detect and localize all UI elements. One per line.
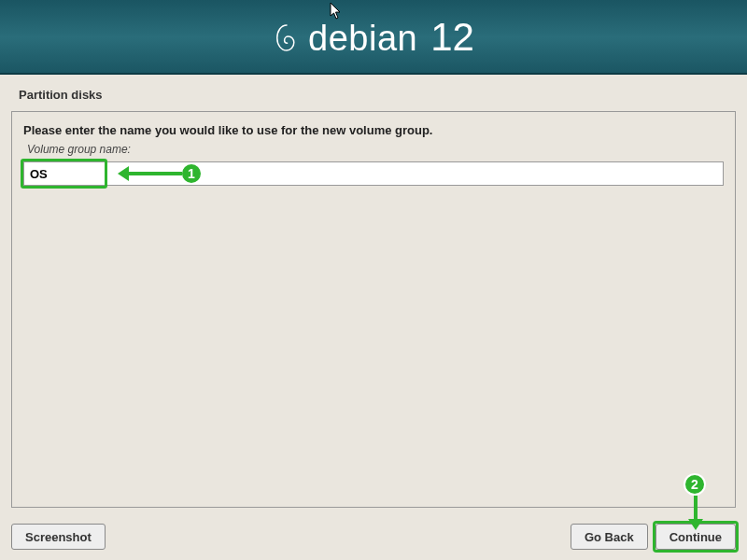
- continue-button[interactable]: Continue: [655, 524, 736, 550]
- goback-button[interactable]: Go Back: [571, 524, 648, 550]
- main-panel: Please enter the name you would like to …: [11, 111, 736, 508]
- section-title: Partition disks: [0, 75, 747, 111]
- installer-header: debian 12: [0, 0, 747, 75]
- brand-name: debian: [308, 19, 417, 59]
- header-title: debian 12: [308, 15, 474, 60]
- screenshot-button[interactable]: Screenshot: [11, 524, 106, 550]
- debian-swirl-icon: [273, 21, 301, 57]
- volume-group-label: Volume group name:: [27, 143, 724, 156]
- volume-group-input[interactable]: [23, 161, 724, 186]
- input-wrapper: 1: [23, 161, 724, 186]
- instruction-text: Please enter the name you would like to …: [23, 123, 724, 137]
- bottom-button-bar: Screenshot Go Back Continue 2: [0, 513, 747, 560]
- continue-wrapper: Continue 2: [655, 524, 736, 550]
- brand-version: 12: [430, 15, 474, 60]
